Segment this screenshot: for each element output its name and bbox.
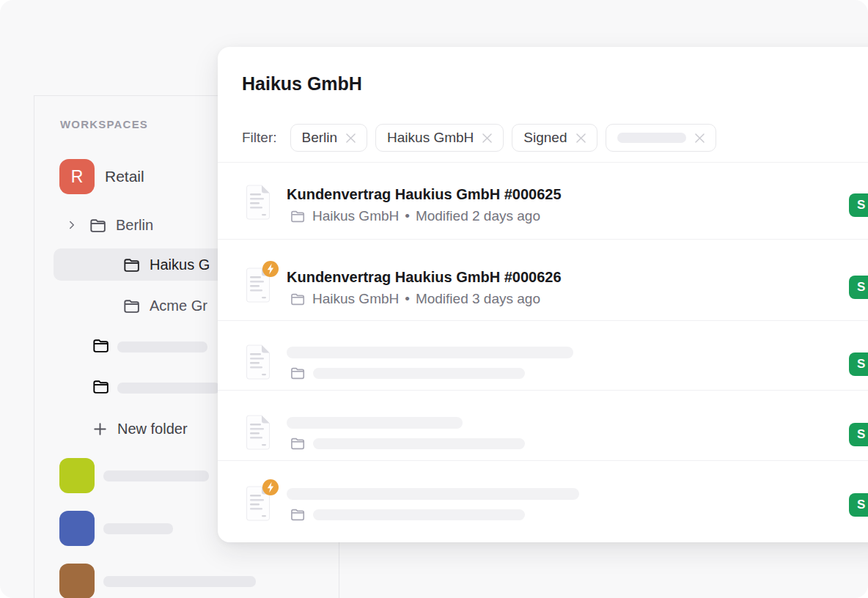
skeleton-text-bar: [103, 523, 173, 534]
workspace-avatar: [59, 564, 95, 598]
filter-chip-label: Haikus GmbH: [387, 130, 474, 146]
status-badge: S: [849, 493, 868, 517]
sidebar-item-berlin-folder[interactable]: Berlin: [65, 215, 153, 235]
skeleton-title-bar: [287, 347, 573, 358]
document-folder: Haikus GmbH: [312, 291, 399, 307]
workspace-avatar: [59, 458, 95, 493]
status-badge: S: [849, 423, 868, 446]
document-icon: [245, 415, 271, 450]
skeleton-meta-bar: [313, 438, 525, 449]
document-icon: [245, 486, 271, 521]
meta-separator: •: [405, 291, 410, 307]
close-icon[interactable]: [574, 131, 588, 145]
plus-icon: [92, 421, 108, 438]
document-row-skeleton[interactable]: [245, 391, 834, 451]
app-canvas: WORKSPACES R Retail Berlin Haikus G Acme…: [0, 0, 868, 598]
skeleton-text-bar: [103, 576, 256, 587]
document-row[interactable]: Kundenvertrag Haukius GmbH #000625 Haiku…: [245, 163, 834, 224]
new-folder-label: New folder: [117, 421, 188, 438]
skeleton-text-bar: [617, 133, 686, 143]
sidebar-item-workspace-skeleton[interactable]: [59, 564, 256, 598]
meta-separator: •: [405, 208, 410, 224]
document-icon: [245, 185, 271, 220]
filter-bar: Filter: Berlin Haikus GmbH Signed: [242, 123, 724, 152]
document-meta: Haikus GmbH • Modified 2 days ago: [287, 208, 562, 224]
close-icon[interactable]: [344, 131, 358, 145]
skeleton-text-bar: [117, 342, 207, 352]
sidebar-item-workspace-skeleton[interactable]: [59, 458, 209, 493]
document-meta: [287, 435, 525, 451]
sidebar-item-folder-skeleton[interactable]: [92, 336, 207, 357]
document-title: Kundenvertrag Haukius GmbH #000625: [287, 185, 562, 204]
folder-icon: [290, 208, 306, 224]
skeleton-title-bar: [287, 488, 579, 500]
status-badge: S: [849, 193, 868, 217]
document-modified: Modified 2 days ago: [416, 208, 540, 224]
sidebar-item-folder-skeleton[interactable]: [92, 377, 220, 398]
folder-detail-panel: Haikus GmbH Filter: Berlin Haikus GmbH S…: [218, 47, 868, 542]
close-icon[interactable]: [693, 131, 707, 145]
folder-icon: [89, 216, 107, 235]
document-row[interactable]: Kundenvertrag Haukius GmbH #000626 Haiku…: [245, 240, 834, 307]
lightning-badge-icon: [262, 479, 279, 495]
page-title: Haikus GmbH: [242, 73, 362, 95]
document-icon: [245, 344, 271, 380]
document-meta: [287, 506, 579, 523]
filter-chip-berlin[interactable]: Berlin: [290, 124, 368, 152]
document-icon: [245, 267, 271, 303]
sidebar-item-acme-folder[interactable]: Acme Gr: [122, 295, 207, 316]
status-badge: S: [849, 352, 868, 376]
skeleton-meta-bar: [313, 368, 525, 379]
close-icon[interactable]: [480, 131, 494, 145]
skeleton-text-bar: [117, 383, 220, 394]
workspaces-section-label: WORKSPACES: [60, 118, 148, 130]
folder-icon: [122, 297, 141, 315]
workspace-avatar: [59, 511, 95, 546]
filter-chip-skeleton[interactable]: [606, 124, 716, 152]
filter-label: Filter:: [242, 130, 277, 146]
skeleton-meta-bar: [313, 509, 525, 520]
new-folder-button[interactable]: New folder: [92, 418, 188, 439]
document-title: Kundenvertrag Haukius GmbH #000626: [287, 267, 562, 287]
folder-icon: [92, 377, 110, 399]
sidebar-item-workspace-skeleton[interactable]: [59, 511, 173, 546]
skeleton-title-bar: [287, 417, 463, 429]
filter-chip-signed[interactable]: Signed: [512, 124, 597, 152]
document-meta: Haikus GmbH • Modified 3 days ago: [287, 291, 562, 307]
chevron-right-icon[interactable]: [65, 218, 78, 232]
document-folder: Haikus GmbH: [312, 208, 399, 224]
status-badge: S: [849, 276, 868, 299]
document-row-skeleton[interactable]: [245, 461, 834, 523]
document-modified: Modified 3 days ago: [416, 291, 540, 307]
folder-icon: [290, 365, 306, 381]
document-row-skeleton[interactable]: [245, 321, 834, 381]
skeleton-text-bar: [103, 470, 209, 481]
filter-chip-label: Signed: [523, 130, 567, 146]
folder-label: Acme Gr: [150, 298, 207, 314]
sidebar-item-retail-workspace[interactable]: R Retail: [59, 159, 144, 194]
filter-chip-label: Berlin: [302, 130, 338, 146]
workspace-name: Retail: [105, 168, 144, 185]
filter-chip-haikus-gmbh[interactable]: Haikus GmbH: [375, 124, 504, 152]
folder-label: Berlin: [116, 217, 153, 234]
folder-icon: [290, 291, 306, 307]
workspace-avatar: R: [59, 159, 95, 194]
folder-icon: [92, 336, 110, 358]
folder-label: Haikus G: [150, 256, 210, 273]
document-meta: [287, 365, 573, 381]
folder-icon: [122, 256, 141, 274]
folder-icon: [290, 506, 306, 523]
lightning-badge-icon: [262, 261, 279, 277]
folder-icon: [290, 435, 306, 451]
